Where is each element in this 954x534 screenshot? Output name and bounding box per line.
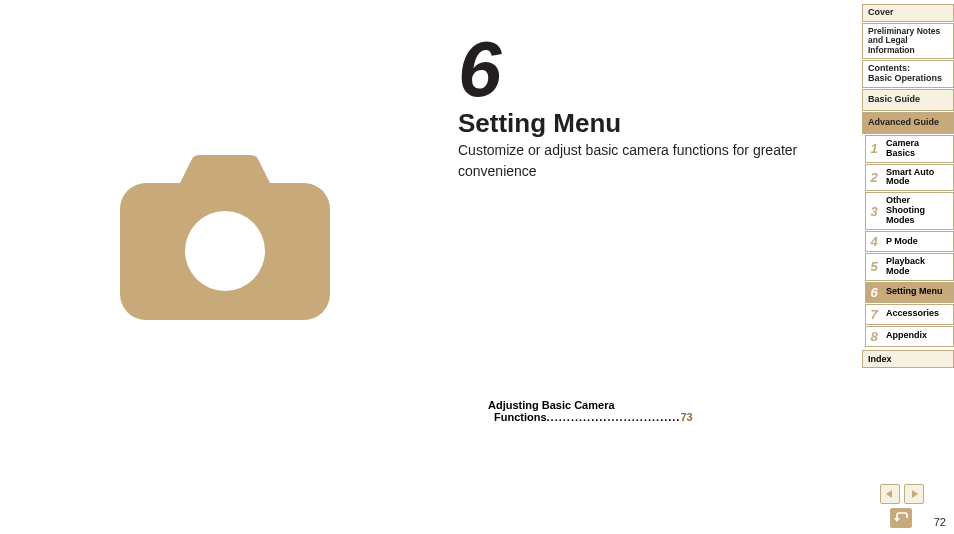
nav-appendix[interactable]: 8 Appendix (865, 326, 954, 347)
nav-setting-menu[interactable]: 6 Setting Menu (865, 282, 954, 303)
page-title: Setting Menu (458, 108, 621, 139)
nav-cover[interactable]: Cover (862, 4, 954, 22)
nav-preliminary-notes[interactable]: Preliminary Notes and Legal Information (862, 23, 954, 59)
chapter-num-icon: 1 (866, 136, 882, 162)
sidebar-nav: Cover Preliminary Notes and Legal Inform… (862, 4, 954, 368)
svg-point-1 (185, 211, 265, 291)
camera-icon (120, 155, 330, 324)
svg-marker-4 (894, 518, 900, 522)
chapter-num-icon: 4 (866, 232, 882, 251)
chapter-num-icon: 6 (866, 283, 882, 302)
nav-contents[interactable]: Contents: Basic Operations (862, 60, 954, 88)
return-button[interactable] (890, 508, 912, 528)
toc-leader-dots: ................................. (547, 411, 681, 423)
chapter-num-icon: 5 (866, 254, 882, 280)
nav-advanced-list: 1 Camera Basics 2 Smart Auto Mode 3 Othe… (865, 135, 954, 347)
page-subtitle: Customize or adjust basic camera functio… (458, 140, 838, 182)
toc-label-line2: Functions (494, 411, 547, 423)
svg-marker-3 (912, 490, 918, 498)
chapter-num-icon: 3 (866, 193, 882, 229)
nav-basic-guide[interactable]: Basic Guide (862, 89, 954, 111)
document-page: 6 Setting Menu Customize or adjust basic… (0, 0, 954, 534)
pager (880, 484, 924, 504)
toc-entry[interactable]: Adjusting Basic Camera Functions .......… (488, 399, 718, 423)
nav-accessories[interactable]: 7 Accessories (865, 304, 954, 325)
nav-camera-basics[interactable]: 1 Camera Basics (865, 135, 954, 163)
svg-marker-2 (886, 490, 892, 498)
nav-p-mode[interactable]: 4 P Mode (865, 231, 954, 252)
triangle-right-icon (909, 489, 919, 499)
chapter-num-icon: 8 (866, 327, 882, 346)
nav-smart-auto-mode[interactable]: 2 Smart Auto Mode (865, 164, 954, 192)
toc-page-ref: 73 (680, 411, 692, 423)
page-number: 72 (934, 516, 946, 528)
nav-playback-mode[interactable]: 5 Playback Mode (865, 253, 954, 281)
chapter-number: 6 (458, 24, 499, 115)
nav-other-shooting-modes[interactable]: 3 Other Shooting Modes (865, 192, 954, 230)
chapter-num-icon: 7 (866, 305, 882, 324)
triangle-left-icon (885, 489, 895, 499)
return-icon (894, 512, 908, 524)
toc-label-line1: Adjusting Basic Camera (488, 399, 718, 411)
next-page-button[interactable] (904, 484, 924, 504)
chapter-num-icon: 2 (866, 165, 882, 191)
nav-advanced-guide[interactable]: Advanced Guide (862, 112, 954, 134)
nav-index[interactable]: Index (862, 350, 954, 368)
prev-page-button[interactable] (880, 484, 900, 504)
